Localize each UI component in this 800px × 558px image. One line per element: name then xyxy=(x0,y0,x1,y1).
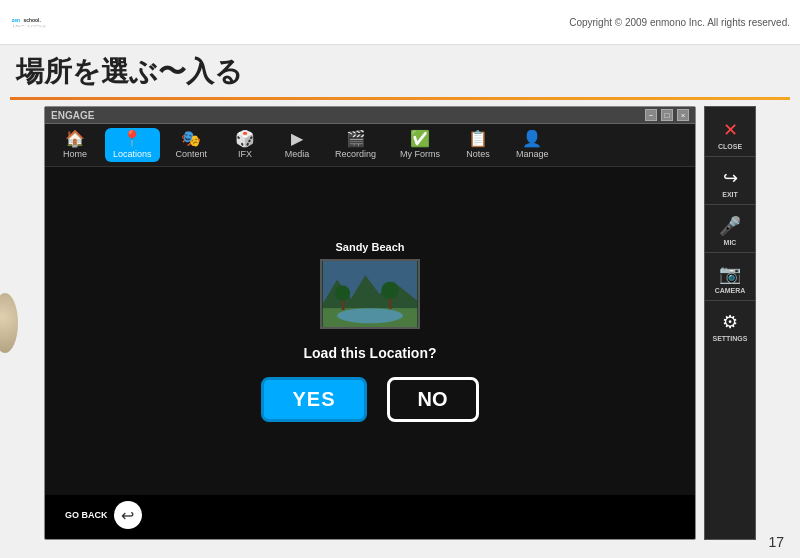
settings-label: SETTINGS xyxy=(712,335,747,342)
location-name: Sandy Beach xyxy=(335,241,404,253)
nav-media-label: Media xyxy=(285,149,310,159)
manage-icon: 👤 xyxy=(522,131,542,147)
engage-window: ENGAGE − □ × 🏠 Home 📍 Locations 🎭 Conten… xyxy=(44,106,696,540)
location-preview: Sandy Beach xyxy=(320,241,420,329)
dialog-buttons: YES NO xyxy=(261,377,478,422)
svg-text:zen: zen xyxy=(12,18,20,23)
go-back-label: GO BACK xyxy=(65,510,108,520)
svg-point-7 xyxy=(337,308,403,323)
nav-manage-label: Manage xyxy=(516,149,549,159)
location-thumbnail xyxy=(320,259,420,329)
right-sidebar: ✕ CLOSE ↪ EXIT 🎤 MIC 📷 CAMERA ⚙ SETTINGS xyxy=(704,106,756,540)
close-sidebar-button[interactable]: ✕ CLOSE xyxy=(705,113,755,157)
nav-locations-label: Locations xyxy=(113,149,152,159)
nav-notes-label: Notes xyxy=(466,149,490,159)
nav-bar: 🏠 Home 📍 Locations 🎭 Content 🎲 IFX ▶ Med… xyxy=(45,124,695,167)
window-close-button[interactable]: × xyxy=(677,109,689,121)
notes-icon: 📋 xyxy=(468,131,488,147)
svg-point-10 xyxy=(335,285,350,300)
nav-media[interactable]: ▶ Media xyxy=(275,128,319,162)
go-back-button[interactable]: GO BACK ↩ xyxy=(53,495,154,535)
window-title: ENGAGE xyxy=(51,110,94,121)
mic-icon: 🎤 xyxy=(719,215,741,237)
mic-label: MIC xyxy=(724,239,737,246)
ifx-icon: 🎲 xyxy=(235,131,255,147)
minimize-button[interactable]: − xyxy=(645,109,657,121)
logo-icon: zen school. トクレー・イノベーション講座 xyxy=(10,4,46,40)
yes-button[interactable]: YES xyxy=(261,377,366,422)
window-controls: − □ × xyxy=(645,109,689,121)
svg-text:school.: school. xyxy=(24,18,42,23)
nav-myforms-label: My Forms xyxy=(400,149,440,159)
top-bar: zen school. トクレー・イノベーション講座 Copyright © 2… xyxy=(0,0,800,45)
mic-button[interactable]: 🎤 MIC xyxy=(705,209,755,253)
content-area: Sandy Beach xyxy=(45,167,695,495)
window-titlebar: ENGAGE − □ × xyxy=(45,107,695,124)
go-back-arrow-icon: ↩ xyxy=(114,501,142,529)
right-decoration xyxy=(764,106,790,540)
camera-icon: 📷 xyxy=(719,263,741,285)
main-content: ENGAGE − □ × 🏠 Home 📍 Locations 🎭 Conten… xyxy=(0,106,800,546)
exit-button[interactable]: ↪ EXIT xyxy=(705,161,755,205)
nav-content[interactable]: 🎭 Content xyxy=(168,128,216,162)
no-button[interactable]: NO xyxy=(387,377,479,422)
page-title: 場所を選ぶ〜入る xyxy=(0,45,800,97)
close-label: CLOSE xyxy=(718,143,742,150)
nav-notes[interactable]: 📋 Notes xyxy=(456,128,500,162)
camera-label: CAMERA xyxy=(715,287,746,294)
orange-divider xyxy=(10,97,790,100)
nav-myforms[interactable]: ✅ My Forms xyxy=(392,128,448,162)
close-x-icon: ✕ xyxy=(723,119,738,141)
nav-recording-label: Recording xyxy=(335,149,376,159)
nav-recording[interactable]: 🎬 Recording xyxy=(327,128,384,162)
myforms-icon: ✅ xyxy=(410,131,430,147)
maximize-button[interactable]: □ xyxy=(661,109,673,121)
content-icon: 🎭 xyxy=(181,131,201,147)
exit-icon: ↪ xyxy=(723,167,738,189)
exit-label: EXIT xyxy=(722,191,738,198)
copyright-text: Copyright © 2009 enmono Inc. All rights … xyxy=(569,17,790,28)
svg-point-11 xyxy=(381,281,398,298)
page-number: 17 xyxy=(768,534,784,550)
circle-decoration xyxy=(0,293,18,353)
settings-button[interactable]: ⚙ SETTINGS xyxy=(705,305,755,348)
nav-ifx[interactable]: 🎲 IFX xyxy=(223,128,267,162)
logo-area: zen school. トクレー・イノベーション講座 xyxy=(10,4,46,40)
media-icon: ▶ xyxy=(291,131,303,147)
nav-ifx-label: IFX xyxy=(238,149,252,159)
nav-home-label: Home xyxy=(63,149,87,159)
settings-icon: ⚙ xyxy=(722,311,738,333)
left-decoration xyxy=(10,106,36,540)
nav-home[interactable]: 🏠 Home xyxy=(53,128,97,162)
load-question: Load this Location? xyxy=(304,345,437,361)
svg-text:トクレー・イノベーション講座: トクレー・イノベーション講座 xyxy=(12,24,46,28)
camera-button[interactable]: 📷 CAMERA xyxy=(705,257,755,301)
nav-locations[interactable]: 📍 Locations xyxy=(105,128,160,162)
nav-manage[interactable]: 👤 Manage xyxy=(508,128,557,162)
recording-icon: 🎬 xyxy=(346,131,366,147)
home-icon: 🏠 xyxy=(65,131,85,147)
nav-content-label: Content xyxy=(176,149,208,159)
locations-icon: 📍 xyxy=(122,131,142,147)
